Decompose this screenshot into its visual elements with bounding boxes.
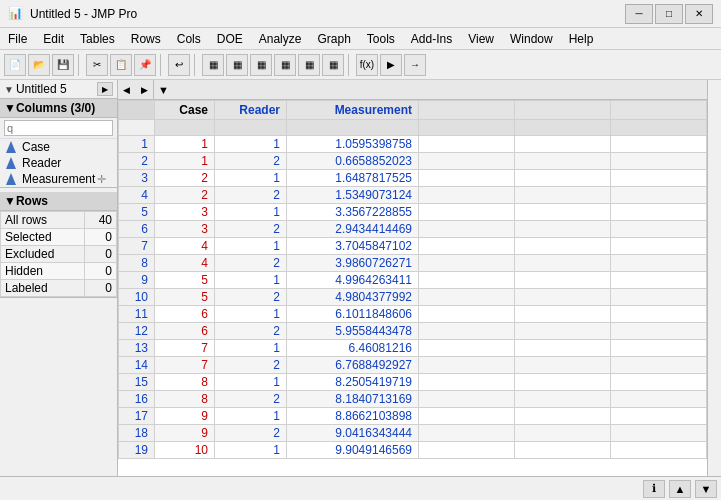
rows-stat-label: Excluded <box>1 246 85 263</box>
columns-search-input[interactable] <box>4 120 113 136</box>
table-row[interactable]: 11 6 1 6.1011848606 <box>119 306 707 323</box>
cell-e1 <box>419 357 515 374</box>
menu-item-tables[interactable]: Tables <box>72 28 123 49</box>
table-row[interactable]: 14 7 2 6.7688492927 <box>119 357 707 374</box>
right-scrollbar[interactable] <box>707 80 721 476</box>
table-row[interactable]: 19 10 1 9.9049146569 <box>119 442 707 459</box>
toolbar-b6[interactable]: ▦ <box>322 54 344 76</box>
toolbar-b5[interactable]: ▦ <box>298 54 320 76</box>
cell-e1 <box>419 136 515 153</box>
toolbar-cut[interactable]: ✂ <box>86 54 108 76</box>
cell-measurement: 3.9860726271 <box>287 255 419 272</box>
rows-stat-value: 0 <box>84 246 116 263</box>
rows-header[interactable]: ▼ Rows <box>0 192 117 211</box>
svg-marker-0 <box>6 141 16 153</box>
col-header-reader[interactable]: Reader <box>215 101 287 120</box>
table-row[interactable]: 8 4 2 3.9860726271 <box>119 255 707 272</box>
data-table-label: Untitled 5 <box>16 82 97 96</box>
cell-e3 <box>611 221 707 238</box>
cell-e1 <box>419 289 515 306</box>
toolbar-b1[interactable]: ▦ <box>202 54 224 76</box>
toolbar-arrow[interactable]: → <box>404 54 426 76</box>
table-row[interactable]: 6 3 2 2.9434414469 <box>119 221 707 238</box>
cell-measurement: 0.6658852023 <box>287 153 419 170</box>
table-row[interactable]: 18 9 2 9.0416343444 <box>119 425 707 442</box>
app-icon: 📊 <box>8 6 24 22</box>
toolbar-undo[interactable]: ↩ <box>168 54 190 76</box>
columns-arrow: ▼ <box>4 101 16 115</box>
scroll-up-button[interactable]: ▲ <box>669 480 691 498</box>
cell-e3 <box>611 374 707 391</box>
col-header-case[interactable]: Case <box>155 101 215 120</box>
toolbar-save[interactable]: 💾 <box>52 54 74 76</box>
column-item-case[interactable]: Case <box>0 139 117 155</box>
left-panel: ▼ Untitled 5 ▶ ▼ Columns (3/0) Case <box>0 80 118 476</box>
cell-case: 4 <box>155 238 215 255</box>
table-row[interactable]: 2 1 2 0.6658852023 <box>119 153 707 170</box>
menu-item-cols[interactable]: Cols <box>169 28 209 49</box>
toolbar-new[interactable]: 📄 <box>4 54 26 76</box>
cell-e3 <box>611 255 707 272</box>
table-row[interactable]: 13 7 1 6.46081216 <box>119 340 707 357</box>
table-row[interactable]: 16 8 2 8.1840713169 <box>119 391 707 408</box>
cell-measurement: 1.5349073124 <box>287 187 419 204</box>
toolbar-sep-2 <box>160 54 164 76</box>
column-item-measurement[interactable]: Measurement ✛ <box>0 171 117 187</box>
toolbar-b3[interactable]: ▦ <box>250 54 272 76</box>
table-row[interactable]: 3 2 1 1.6487817525 <box>119 170 707 187</box>
column-item-reader[interactable]: Reader <box>0 155 117 171</box>
toolbar-b2[interactable]: ▦ <box>226 54 248 76</box>
menu-item-graph[interactable]: Graph <box>309 28 358 49</box>
menu-item-doe[interactable]: DOE <box>209 28 251 49</box>
menu-item-window[interactable]: Window <box>502 28 561 49</box>
rows-stat-row: Labeled0 <box>1 280 117 297</box>
menu-item-file[interactable]: File <box>0 28 35 49</box>
table-row[interactable]: 12 6 2 5.9558443478 <box>119 323 707 340</box>
scroll-down-button[interactable]: ▼ <box>695 480 717 498</box>
menu-item-view[interactable]: View <box>460 28 502 49</box>
menu-bar: FileEditTablesRowsColsDOEAnalyzeGraphToo… <box>0 28 721 50</box>
toolbar-run[interactable]: ▶ <box>380 54 402 76</box>
row-number: 5 <box>119 204 155 221</box>
toolbar-paste[interactable]: 📌 <box>134 54 156 76</box>
columns-header[interactable]: ▼ Columns (3/0) <box>0 99 117 118</box>
cell-case: 2 <box>155 170 215 187</box>
cell-e3 <box>611 442 707 459</box>
table-row[interactable]: 4 2 2 1.5349073124 <box>119 187 707 204</box>
table-row[interactable]: 5 3 1 3.3567228855 <box>119 204 707 221</box>
table-row[interactable]: 10 5 2 4.9804377992 <box>119 289 707 306</box>
menu-item-analyze[interactable]: Analyze <box>251 28 310 49</box>
data-table-expand-btn[interactable]: ▶ <box>97 82 113 96</box>
row-number: 9 <box>119 272 155 289</box>
data-table-wrapper[interactable]: Case Reader Measurement <box>118 100 707 476</box>
toolbar-open[interactable]: 📂 <box>28 54 50 76</box>
toolbar-fx[interactable]: f(x) <box>356 54 378 76</box>
menu-item-edit[interactable]: Edit <box>35 28 72 49</box>
column-icon-measurement <box>6 173 18 185</box>
minimize-button[interactable]: ─ <box>625 4 653 24</box>
toolbar-sep-1 <box>78 54 82 76</box>
menu-item-tools[interactable]: Tools <box>359 28 403 49</box>
toolbar-b4[interactable]: ▦ <box>274 54 296 76</box>
add-column-button[interactable]: ✛ <box>97 173 106 186</box>
table-row[interactable]: 15 8 1 8.2505419719 <box>119 374 707 391</box>
table-row[interactable]: 1 1 1 1.0595398758 <box>119 136 707 153</box>
menu-item-rows[interactable]: Rows <box>123 28 169 49</box>
menu-item-add-ins[interactable]: Add-Ins <box>403 28 460 49</box>
main-area: ▼ Untitled 5 ▶ ▼ Columns (3/0) Case <box>0 80 721 476</box>
data-table-row[interactable]: ▼ Untitled 5 ▶ <box>0 80 117 98</box>
toolbar-copy[interactable]: 📋 <box>110 54 132 76</box>
filter-dropdown[interactable]: ▼ <box>158 84 169 96</box>
table-row[interactable]: 7 4 1 3.7045847102 <box>119 238 707 255</box>
menu-item-help[interactable]: Help <box>561 28 602 49</box>
table-row[interactable]: 17 9 1 8.8662103898 <box>119 408 707 425</box>
close-button[interactable]: ✕ <box>685 4 713 24</box>
table-row[interactable]: 9 5 1 4.9964263411 <box>119 272 707 289</box>
info-button[interactable]: ℹ <box>643 480 665 498</box>
nav-left-button[interactable]: ◀ <box>118 80 136 100</box>
cell-measurement: 6.46081216 <box>287 340 419 357</box>
nav-right-button[interactable]: ▶ <box>136 80 154 100</box>
rows-section: ▼ Rows All rows40Selected0Excluded0Hidde… <box>0 192 117 298</box>
col-header-measurement[interactable]: Measurement <box>287 101 419 120</box>
maximize-button[interactable]: □ <box>655 4 683 24</box>
